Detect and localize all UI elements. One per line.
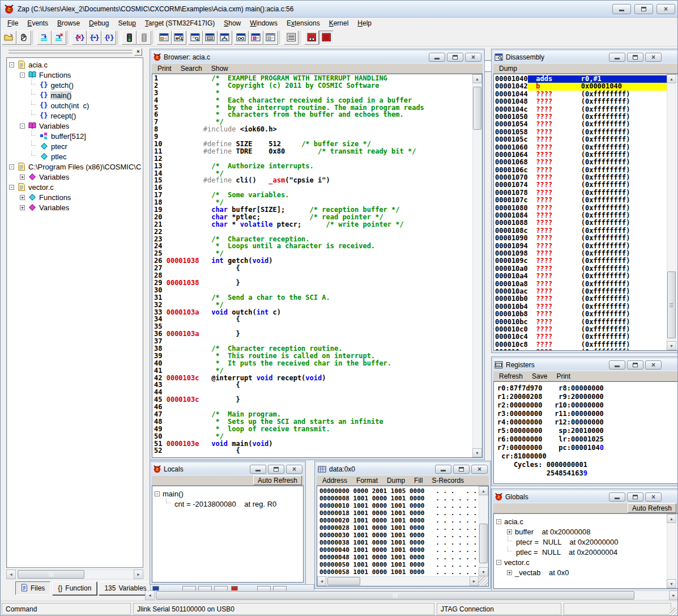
memory-row-00000018[interactable]: 00000018 1001 0000 1001 0000 . . . . . . bbox=[319, 509, 478, 517]
tree-item-main[interactable]: {}main() bbox=[7, 90, 143, 100]
close-button[interactable]: × bbox=[656, 4, 675, 14]
restore-button[interactable] bbox=[634, 4, 653, 14]
browser-source-view[interactable]: 1 /* EXAMPLE PROGRAM WITH INTERRUPT HAND… bbox=[152, 74, 483, 458]
minimize-button[interactable] bbox=[612, 4, 631, 14]
disasm-row-000010b0[interactable]: 000010b0 ???? (0xffffffff) bbox=[495, 295, 667, 303]
calls-window-button[interactable] bbox=[218, 31, 232, 45]
disasm-row-00001068[interactable]: 00001068 ???? (0xffffffff) bbox=[495, 159, 667, 166]
tree-item-recept[interactable]: {}recept() bbox=[7, 111, 143, 121]
disasm-row-000010cc[interactable]: 000010cc ???? (0xffffffff) bbox=[495, 349, 667, 351]
scroll-right-arrow[interactable]: ► bbox=[470, 576, 479, 586]
minimize-button[interactable] bbox=[429, 53, 445, 62]
tab-variables[interactable]: 135Variables bbox=[99, 581, 152, 595]
registers-window-button[interactable]: ox bbox=[203, 31, 218, 45]
memory-row-00000048[interactable]: 00000048 1001 0000 1001 0000 . . . . . . bbox=[319, 554, 478, 561]
tree-item-functions[interactable]: +Functions bbox=[7, 192, 143, 202]
expand-box[interactable]: + bbox=[507, 529, 512, 534]
scroll-right-arrow[interactable]: ► bbox=[134, 570, 143, 579]
memory-row-00000050[interactable]: 00000050 1001 0000 1001 0000 . . . . . . bbox=[319, 561, 478, 568]
locals-title-bar[interactable]: Locals × bbox=[152, 463, 304, 475]
disasm-row-00001040[interactable]: 00001040 adds r0,#1 bbox=[495, 75, 667, 83]
menu-file[interactable]: File bbox=[3, 18, 23, 28]
expand-box[interactable]: + bbox=[20, 195, 25, 200]
registers-menu-save[interactable]: Save bbox=[527, 372, 552, 381]
restore-button[interactable] bbox=[627, 492, 643, 502]
disasm-row-00001054[interactable]: 00001054 ???? (0xffffffff) bbox=[495, 121, 667, 128]
disasm-row-0000109c[interactable]: 0000109c ???? (0xffffffff) bbox=[495, 257, 667, 265]
disassembly-listing[interactable]: 00001040 adds r0,#100001042 b 0x00001040… bbox=[494, 74, 667, 351]
tree-item-buffer-512[interactable]: buffer[512] bbox=[7, 131, 143, 141]
disasm-row-00001084[interactable]: 00001084 ???? (0xffffffff) bbox=[495, 212, 667, 219]
memory-menu-fill[interactable]: Fill bbox=[410, 476, 427, 485]
disasm-row-0000104c[interactable]: 0000104c ???? (0xffffffff) bbox=[495, 106, 667, 113]
disassembly-view[interactable]: 00001040 adds r0,#100001042 b 0x00001040… bbox=[493, 74, 678, 351]
disasm-row-000010c0[interactable]: 000010c0 ???? (0xffffffff) bbox=[495, 326, 667, 333]
tree-item-c-program-files-x86-cosmic-c[interactable]: -C:\Program Files (x86)\COSMIC\C bbox=[7, 162, 143, 172]
expand-box[interactable]: - bbox=[496, 519, 501, 524]
auto-refresh-button[interactable]: Auto Refresh bbox=[628, 503, 676, 513]
memory-row-00000010[interactable]: 00000010 1001 0000 1001 0000 . . . . . . bbox=[319, 502, 478, 509]
watch-window-button[interactable] bbox=[188, 31, 203, 45]
tree-item-ptecr-null-at-0x20000000[interactable]: ptecr = NULL at 0x20000000 bbox=[494, 537, 666, 547]
scrollbar-thumb[interactable] bbox=[156, 591, 634, 600]
scrollbar-thumb[interactable] bbox=[327, 577, 360, 585]
menu-events[interactable]: Events bbox=[23, 18, 53, 28]
disasm-row-00001060[interactable]: 00001060 ???? (0xffffffff) bbox=[495, 144, 667, 151]
scroll-down-arrow[interactable]: ▼ bbox=[472, 448, 482, 457]
memory-window[interactable]: data:0x0 × AddressFormatDumpFillS-Record… bbox=[314, 461, 491, 589]
memory-menu-s-records[interactable]: S-Records bbox=[427, 476, 468, 485]
tree-item-acia-c[interactable]: -acia.c bbox=[494, 516, 666, 526]
tree-item-getch[interactable]: {}getch() bbox=[7, 80, 143, 90]
minimized-window-stub[interactable] bbox=[150, 584, 314, 590]
browser-window[interactable]: Browser: acia.c × PrintSearchShow 1 /* E… bbox=[150, 49, 485, 460]
browser-menu-show[interactable]: Show bbox=[207, 64, 233, 73]
tree-item-functions[interactable]: -Functions bbox=[7, 70, 143, 80]
restore-button[interactable] bbox=[447, 53, 463, 62]
step-over-button[interactable]: {} bbox=[87, 31, 101, 45]
globals-window-button[interactable] bbox=[263, 31, 278, 45]
list-window-button[interactable] bbox=[284, 31, 299, 45]
menu-browse[interactable]: Browse bbox=[53, 18, 84, 28]
scrollbar-thumb[interactable] bbox=[667, 271, 676, 338]
tree-item-outch-int-c[interactable]: {}outch(int c) bbox=[7, 100, 143, 111]
memory-dump[interactable]: 00000000 0000 2001 1005 0000 . . . . .00… bbox=[317, 486, 478, 576]
disasm-row-00001094[interactable]: 00001094 ???? (0xffffffff) bbox=[495, 243, 667, 250]
tab-files[interactable]: Files bbox=[15, 581, 50, 595]
disasm-row-000010bc[interactable]: 000010bc ???? (0xffffffff) bbox=[495, 318, 667, 326]
open-file-button[interactable] bbox=[2, 31, 16, 45]
tree-item-vectab-at-0x0[interactable]: +_vectab at 0x0 bbox=[494, 567, 666, 577]
minimize-button[interactable] bbox=[435, 465, 451, 474]
disasm-row-00001058[interactable]: 00001058 ???? (0xffffffff) bbox=[495, 129, 667, 136]
tree-item-cnt-2013800080-at-reg-r0[interactable]: cnt = -2013800080 at reg. R0 bbox=[152, 499, 303, 509]
restore-button[interactable] bbox=[627, 53, 643, 62]
tab-function[interactable]: {}Function bbox=[52, 581, 97, 595]
memory-row-00000020[interactable]: 00000020 1001 0000 1001 0000 . . . . . . bbox=[319, 517, 478, 524]
disasm-row-000010c4[interactable]: 000010c4 ???? (0xffffffff) bbox=[495, 333, 667, 341]
expand-box[interactable]: - bbox=[20, 73, 25, 78]
data-window-button[interactable] bbox=[234, 31, 249, 45]
disasm-row-00001064[interactable]: 00001064 ???? (0xffffffff) bbox=[495, 151, 667, 159]
minimize-button[interactable] bbox=[609, 360, 625, 369]
browser-vertical-scrollbar[interactable]: ▲ ▼ bbox=[472, 74, 482, 457]
expand-box[interactable]: + bbox=[20, 175, 25, 180]
breakpoints-window-button[interactable] bbox=[304, 31, 319, 45]
scroll-down-arrow[interactable]: ▼ bbox=[667, 579, 676, 588]
scroll-left-arrow[interactable]: ◄ bbox=[6, 570, 16, 579]
tree-item-vector-c[interactable]: -vector.c bbox=[7, 182, 143, 192]
disasm-row-00001048[interactable]: 00001048 ???? (0xffffffff) bbox=[495, 98, 667, 105]
expand-box[interactable]: - bbox=[20, 124, 25, 129]
memory-horizontal-scrollbar[interactable]: ◄ ► bbox=[317, 576, 479, 586]
memory-vertical-scrollbar[interactable]: ▲ ▼ bbox=[479, 486, 488, 576]
disassembly-menu-dump[interactable]: Dump bbox=[494, 64, 522, 73]
menu-show[interactable]: Show bbox=[219, 18, 245, 28]
file-browser-window-button[interactable] bbox=[157, 31, 172, 45]
disassembly-title-bar[interactable]: Disassembly × bbox=[493, 51, 678, 63]
sidebar-grab-bar[interactable]: × bbox=[6, 48, 143, 56]
memory-menu-format[interactable]: Format bbox=[352, 476, 382, 485]
expand-box[interactable]: - bbox=[155, 491, 160, 496]
mdi-horizontal-scrollbar[interactable]: ◄ ► bbox=[145, 590, 678, 600]
scroll-down-arrow[interactable]: ▼ bbox=[479, 567, 488, 576]
memory-row-00000000[interactable]: 00000000 0000 2001 1005 0000 . . . . . bbox=[319, 487, 478, 495]
memory-title-bar[interactable]: data:0x0 × bbox=[317, 463, 489, 475]
expand-box[interactable]: + bbox=[20, 205, 25, 210]
